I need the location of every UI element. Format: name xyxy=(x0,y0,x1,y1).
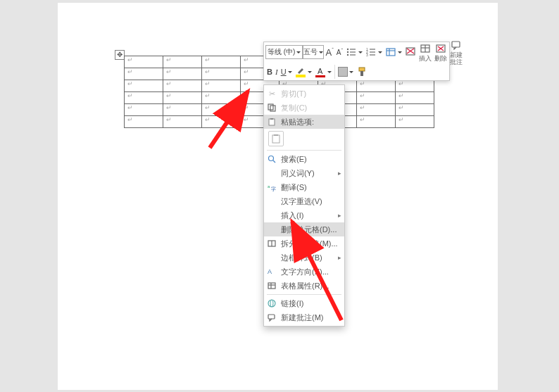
svg-rect-31 xyxy=(272,135,280,143)
ctx-hyperlink[interactable]: 链接(I) xyxy=(264,296,344,310)
new-comment-label-2: 批注 xyxy=(450,58,463,65)
svg-rect-25 xyxy=(359,68,365,71)
ctx-split-cells[interactable]: 拆分单元格(M)... xyxy=(264,236,344,251)
svg-point-44 xyxy=(270,300,273,307)
svg-rect-45 xyxy=(268,315,275,319)
ctx-reconvert[interactable]: 汉字重选(V) xyxy=(264,194,344,208)
text-direction-icon: A xyxy=(267,267,277,277)
new-comment-button[interactable]: 新建 批注 xyxy=(448,39,464,65)
svg-rect-26 xyxy=(360,71,363,76)
ctx-insert[interactable]: 插入(I) xyxy=(264,208,344,222)
numbering-button[interactable]: 123 xyxy=(364,44,384,61)
ctx-separator xyxy=(267,150,341,151)
ctx-translate[interactable]: a字翻译(S) xyxy=(264,180,344,194)
split-cells-icon xyxy=(267,239,277,248)
font-size-combo[interactable]: 五号 xyxy=(303,45,324,59)
insert-label: 插入 xyxy=(419,55,432,62)
ctx-cut[interactable]: ✂剪切(T) xyxy=(264,87,344,101)
ctx-new-comment[interactable]: 新建批注(M) xyxy=(264,310,344,324)
svg-rect-30 xyxy=(270,118,273,120)
ctx-separator xyxy=(267,294,341,295)
ctx-copy[interactable]: 复制(C) xyxy=(264,101,344,115)
svg-rect-32 xyxy=(274,134,278,136)
ctx-table-properties[interactable]: 表格属性(R)... xyxy=(264,279,344,293)
shrink-font-button[interactable]: Aˇ xyxy=(335,44,344,61)
ctx-paste-options-label: 粘贴选项: xyxy=(264,115,344,129)
new-comment-label-1: 新建 xyxy=(450,51,463,58)
ctx-text-direction[interactable]: A文字方向(X)... xyxy=(264,265,344,279)
bold-button[interactable]: B xyxy=(265,63,274,80)
svg-point-2 xyxy=(347,51,348,53)
svg-rect-24 xyxy=(452,42,460,47)
svg-text:3: 3 xyxy=(366,53,368,56)
link-icon xyxy=(267,298,277,308)
context-menu: ✂剪切(T) 复制(C) 粘贴选项: 搜索(E) 同义词(Y) a字翻译(S) … xyxy=(263,84,345,327)
svg-point-4 xyxy=(347,54,348,56)
svg-rect-29 xyxy=(269,119,275,125)
svg-point-0 xyxy=(347,49,348,50)
svg-rect-12 xyxy=(387,49,395,56)
highlight-button[interactable] xyxy=(294,63,313,80)
svg-text:A: A xyxy=(268,268,272,275)
font-name-combo[interactable]: 等线 (中) xyxy=(265,45,303,59)
separator xyxy=(334,65,335,79)
svg-text:字: 字 xyxy=(271,186,276,191)
clipboard-icon xyxy=(267,117,277,127)
paste-keep-source-button[interactable] xyxy=(268,131,284,146)
scissors-icon: ✂ xyxy=(267,89,277,99)
comment-icon xyxy=(267,312,277,322)
ctx-border-styles[interactable]: 边框样式(B) xyxy=(264,251,344,265)
copy-icon xyxy=(267,103,277,113)
insert-button[interactable]: 插入 xyxy=(417,42,433,62)
ctx-search[interactable]: 搜索(E) xyxy=(264,152,344,166)
format-painter-button[interactable] xyxy=(355,63,369,80)
bullets-button[interactable] xyxy=(344,44,364,61)
ctx-paste-options xyxy=(264,129,344,148)
ctx-synonyms[interactable]: 同义词(Y) xyxy=(264,166,344,180)
translate-icon: a字 xyxy=(267,182,277,192)
svg-point-33 xyxy=(269,156,274,161)
font-color-button[interactable]: A xyxy=(313,63,333,80)
table-eraser-button[interactable] xyxy=(403,44,417,61)
shading-button[interactable] xyxy=(337,63,355,80)
svg-text:a: a xyxy=(268,184,270,189)
svg-line-34 xyxy=(273,160,275,163)
table-properties-icon xyxy=(267,281,277,291)
table-move-handle[interactable]: ✥ xyxy=(115,50,125,60)
svg-rect-40 xyxy=(268,283,275,289)
mini-toolbar: 等线 (中) 五号 Aˆ Aˇ 123 插入 删除 新建 批注 B I U A xyxy=(263,42,450,81)
table-style-button[interactable] xyxy=(384,44,403,61)
search-icon xyxy=(267,154,277,164)
ctx-delete-cells[interactable]: 删除单元格(D)... xyxy=(264,222,344,236)
grow-font-button[interactable]: Aˆ xyxy=(324,44,334,61)
italic-button[interactable]: I xyxy=(274,63,280,80)
delete-label: 删除 xyxy=(434,55,447,62)
delete-button[interactable]: 删除 xyxy=(433,42,448,62)
svg-point-43 xyxy=(268,300,275,307)
underline-button[interactable]: U xyxy=(280,63,294,80)
